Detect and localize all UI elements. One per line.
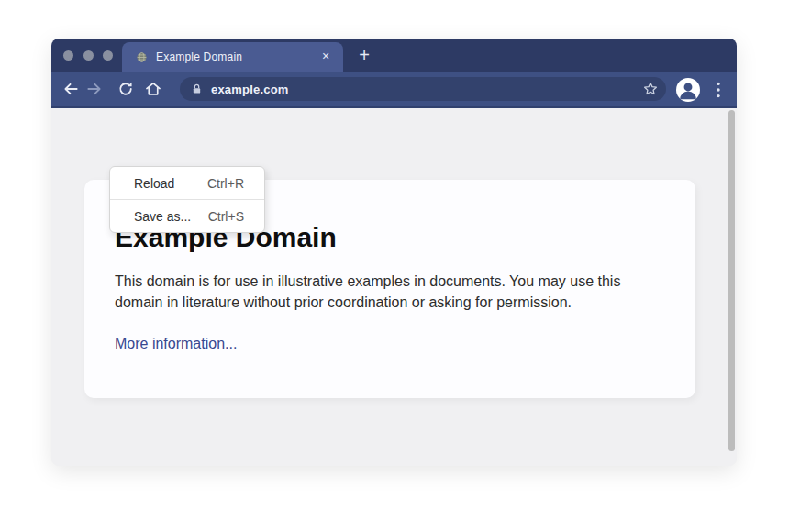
new-tab-button[interactable]: + <box>354 43 374 67</box>
lock-icon[interactable] <box>191 83 203 95</box>
menu-item-label: Reload <box>134 176 174 191</box>
bookmark-star-icon[interactable] <box>641 80 660 98</box>
person-icon <box>676 78 700 102</box>
tab-close-icon[interactable]: × <box>318 50 333 64</box>
back-icon[interactable] <box>61 80 80 98</box>
forward-icon[interactable] <box>85 80 104 98</box>
menu-item-label: Save as... <box>134 209 191 224</box>
url-text: example.com <box>211 83 289 96</box>
menu-item-shortcut: Ctrl+R <box>207 176 244 191</box>
menu-item-shortcut: Ctrl+S <box>208 209 244 224</box>
overflow-menu-icon[interactable] <box>713 81 724 99</box>
home-icon[interactable] <box>144 80 162 98</box>
toolbar: example.com <box>51 72 737 108</box>
profile-avatar-button[interactable] <box>676 78 700 102</box>
address-bar[interactable]: example.com <box>180 77 666 101</box>
minimize-window-button[interactable] <box>83 50 94 61</box>
page-paragraph: This domain is for use in illustrative e… <box>115 272 654 313</box>
maximize-window-button[interactable] <box>103 50 113 61</box>
titlebar: Example Domain × + <box>51 39 737 72</box>
menu-item-save-as[interactable]: Save as... Ctrl+S <box>110 200 264 232</box>
close-window-button[interactable] <box>63 50 73 61</box>
tab-title: Example Domain <box>156 50 318 63</box>
menu-item-reload[interactable]: Reload Ctrl+R <box>110 167 264 199</box>
more-information-link[interactable]: More information... <box>115 336 237 351</box>
vertical-scrollbar-thumb[interactable] <box>728 110 735 451</box>
reload-icon[interactable] <box>117 80 135 98</box>
browser-window: Example Domain × + <box>51 39 737 466</box>
page-viewport: Example Domain This domain is for use in… <box>51 108 737 464</box>
screenshot-stage: Example Domain × + <box>0 0 789 532</box>
tab-example-domain[interactable]: Example Domain × <box>122 42 343 72</box>
context-menu: Reload Ctrl+R Save as... Ctrl+S <box>109 166 265 233</box>
traffic-lights <box>63 50 113 61</box>
globe-favicon-icon <box>136 51 148 63</box>
